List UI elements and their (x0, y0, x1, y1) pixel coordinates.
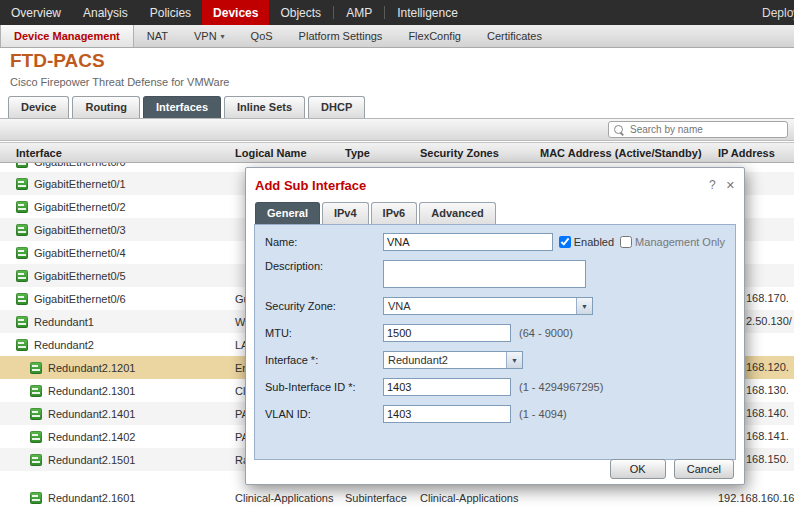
interface-name: GigabitEthernet0/5 (34, 270, 126, 282)
top-nav-item-devices[interactable]: Devices (202, 0, 269, 25)
device-tab-interfaces[interactable]: Interfaces (143, 96, 221, 118)
device-tab-routing[interactable]: Routing (72, 96, 140, 118)
interface-icon (16, 339, 28, 351)
top-nav-item-policies[interactable]: Policies (139, 0, 202, 25)
sub-nav-tab-platform-settings[interactable]: Platform Settings (286, 25, 396, 47)
table-toolbar (0, 118, 794, 141)
interface-name: GigabitEthernet0/3 (34, 224, 126, 236)
interface-name: Redundant2.1601 (48, 492, 135, 504)
subinterface-icon (30, 408, 42, 420)
sub-nav-tab-vpn[interactable]: VPN▾ (181, 25, 238, 47)
sub-nav-tab-qos[interactable]: QoS (238, 25, 286, 47)
sub-nav-tab-device-management[interactable]: Device Management (0, 25, 134, 47)
sub-nav-tab-certificates[interactable]: Certificates (474, 25, 555, 47)
mtu-label: MTU: (265, 327, 383, 339)
search-box[interactable] (608, 121, 788, 138)
device-tab-dhcp[interactable]: DHCP (308, 96, 365, 118)
ip-address-fragment: 168.150. (746, 453, 789, 465)
interface-cell: Redundant2 (0, 339, 219, 351)
management-only-checkbox[interactable] (620, 236, 632, 248)
interface-icon (16, 270, 28, 282)
name-label: Name: (265, 236, 383, 248)
ip-address-fragment: 168.120. (746, 361, 789, 373)
top-nav-item-objects[interactable]: Objects (269, 0, 332, 25)
mtu-input[interactable] (383, 324, 511, 342)
security-zone-select[interactable]: VNA ▼ (383, 297, 593, 315)
dialog-tab-general[interactable]: General (255, 202, 320, 224)
sub-nav-tab-flexconfig[interactable]: FlexConfig (395, 25, 474, 47)
column-header-type: Type (329, 147, 404, 159)
interface-name: GigabitEthernet0/2 (34, 201, 126, 213)
device-tab-device[interactable]: Device (8, 96, 69, 118)
name-field-row: Name: Enabled Management Only (265, 233, 725, 251)
interface-field-row: Interface *: Redundant2 ▼ (265, 351, 725, 369)
ip-address-fragment: 168.140. (746, 407, 789, 419)
ip-address-fragment: 2.50.130/ (746, 315, 792, 327)
interface-cell: GigabitEthernet0/1 (0, 178, 219, 190)
chevron-down-icon: ▾ (221, 32, 225, 41)
ok-button[interactable]: OK (610, 459, 666, 479)
interface-cell: Redundant2.1401 (0, 408, 219, 420)
interface-icon (16, 201, 28, 213)
top-nav-item-intelligence[interactable]: Intelligence (386, 0, 469, 25)
interface-cell: Redundant2.1201 (0, 362, 219, 374)
interface-name: Redundant2.1402 (48, 431, 135, 443)
interface-icon (16, 178, 28, 190)
table-row-redundant2-1601[interactable]: Redundant2.1601Clinical-ApplicationsSubi… (0, 486, 794, 509)
dialog-title: Add Sub Interface (255, 178, 366, 193)
dialog-tab-advanced[interactable]: Advanced (419, 202, 496, 224)
device-tab-inline-sets[interactable]: Inline Sets (224, 96, 305, 118)
interface-cell: Redundant2.1501 (0, 454, 219, 466)
description-input[interactable] (383, 260, 586, 288)
dialog-header: Add Sub Interface ? ✕ (246, 168, 744, 197)
top-nav-item-analysis[interactable]: Analysis (72, 0, 139, 25)
deploy-button[interactable]: Deploy (762, 0, 794, 25)
column-header-interface: Interface (0, 147, 219, 159)
table-header: InterfaceLogical NameTypeSecurity ZonesM… (0, 142, 794, 163)
dialog-form: Name: Enabled Management Only Descriptio… (254, 224, 736, 460)
cancel-button[interactable]: Cancel (674, 459, 734, 479)
interface-name: Redundant2 (34, 339, 94, 351)
nav-divider (384, 6, 385, 19)
security-zone-field-row: Security Zone: VNA ▼ (265, 297, 725, 315)
dialog-tab-ipv4[interactable]: IPv4 (322, 202, 369, 224)
interface-select[interactable]: Redundant2 ▼ (383, 351, 523, 369)
subinterface-icon (30, 362, 42, 374)
help-icon[interactable]: ? (709, 178, 716, 192)
security-zone-value: VNA (384, 298, 576, 314)
column-header-logical-name: Logical Name (219, 147, 329, 159)
interface-cell: Redundant2.1402 (0, 431, 219, 443)
interface-name: Redundant2.1501 (48, 454, 135, 466)
vlan-id-label: VLAN ID: (265, 408, 383, 420)
security-zones: Clinical-Applications (404, 492, 524, 504)
dialog-tab-ipv6[interactable]: IPv6 (371, 202, 418, 224)
subinterface-id-field-row: Sub-Interface ID *: (1 - 4294967295) (265, 378, 725, 396)
mtu-field-row: MTU: (64 - 9000) (265, 324, 725, 342)
column-header-ip-address: IP Address (702, 147, 794, 159)
top-nav-item-amp[interactable]: AMP (335, 0, 383, 25)
ip-address-fragment: 168.170. (746, 292, 789, 304)
interface-name: Redundant2.1401 (48, 408, 135, 420)
search-input[interactable] (628, 123, 782, 136)
description-field-row: Description: (265, 260, 725, 288)
vlan-id-input[interactable] (383, 405, 511, 423)
subinterface-icon (30, 431, 42, 443)
top-nav-bar: OverviewAnalysisPoliciesDevicesObjectsAM… (0, 0, 794, 25)
management-only-checkbox-group: Management Only (620, 236, 725, 248)
name-input[interactable] (383, 233, 553, 251)
close-icon[interactable]: ✕ (726, 179, 735, 192)
interface-icon (16, 316, 28, 328)
description-label: Description: (265, 260, 383, 272)
top-nav-item-overview[interactable]: Overview (0, 0, 72, 25)
subinterface-icon (30, 492, 42, 504)
subinterface-id-input[interactable] (383, 378, 511, 396)
interface-cell: GigabitEthernet0/6 (0, 293, 219, 305)
interface-type: Subinterface (329, 492, 404, 504)
enabled-label: Enabled (574, 236, 614, 248)
interface-name: GigabitEthernet0/1 (34, 178, 126, 190)
page-title: FTD-PACS (10, 50, 105, 72)
sub-nav-tab-nat[interactable]: NAT (134, 25, 181, 47)
interface-name: Redundant1 (34, 316, 94, 328)
enabled-checkbox[interactable] (559, 236, 571, 248)
enabled-checkbox-group: Enabled (559, 236, 614, 248)
